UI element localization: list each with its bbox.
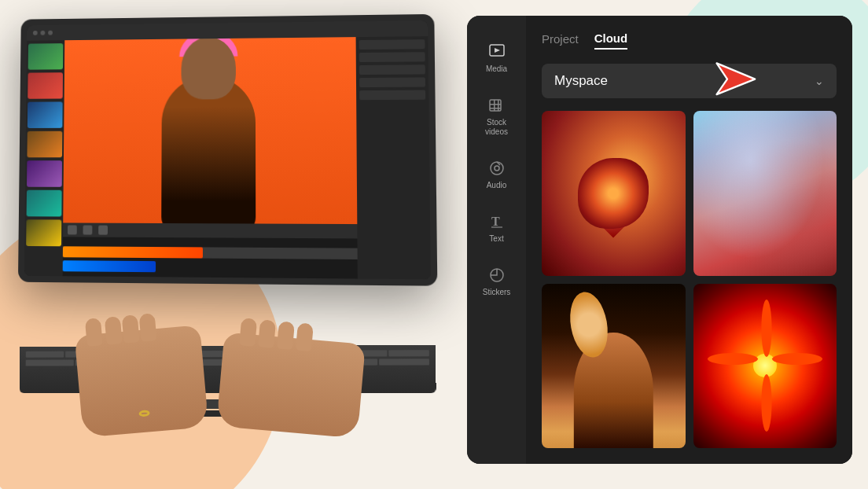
person-head	[181, 37, 236, 99]
tabs-row: Project Cloud	[542, 31, 837, 50]
svg-point-7	[491, 162, 503, 175]
finger-5	[239, 318, 257, 347]
person-silhouette	[161, 75, 256, 224]
key	[379, 358, 429, 365]
hand-right	[216, 332, 366, 438]
tab-project[interactable]: Project	[542, 32, 579, 49]
hands-overlay	[63, 275, 377, 432]
topbar-dot-2	[40, 31, 45, 35]
video-editor-ui	[24, 20, 431, 279]
control-btn-3[interactable]	[98, 226, 108, 235]
preview-person	[63, 37, 357, 224]
key	[389, 350, 429, 356]
main-content-area: Project Cloud Myspace ⌄	[526, 16, 852, 464]
grid-item-flower[interactable]	[693, 284, 837, 449]
icon-sidebar: Media Stock videos	[467, 16, 526, 464]
finger-6	[258, 319, 276, 348]
sidebar-item-text-label: Text	[489, 234, 503, 244]
sidebar-item-stock-videos[interactable]: Stock videos	[467, 85, 526, 148]
thumb-7	[26, 219, 61, 246]
right-row-1	[359, 39, 425, 50]
right-row-5	[359, 90, 425, 101]
timeline-clip-audio[interactable]	[63, 260, 156, 272]
dropdown-selected-value: Myspace	[554, 73, 608, 89]
ring	[138, 410, 150, 417]
editor-preview	[63, 37, 358, 278]
sidebar-item-media-label: Media	[486, 64, 507, 74]
media-image-grid	[542, 111, 837, 448]
sidebar-item-audio[interactable]: Audio	[467, 148, 526, 201]
thumb-2	[28, 72, 63, 99]
grid-item-woman[interactable]	[542, 284, 686, 449]
cursor-arrow	[711, 60, 758, 102]
right-row-2	[359, 52, 425, 62]
right-ui-panel: Media Stock videos	[467, 16, 852, 464]
preview-video	[63, 37, 357, 224]
grid-item-rose[interactable]	[542, 111, 686, 276]
svg-rect-2	[490, 100, 501, 111]
right-row-4	[359, 77, 425, 87]
timeline-clip-video[interactable]	[63, 246, 203, 258]
stock-videos-icon	[487, 96, 506, 115]
editor-right-panel	[356, 36, 431, 279]
svg-point-8	[495, 166, 499, 171]
audio-icon	[487, 159, 506, 178]
thumb-6	[27, 190, 62, 217]
finger-3	[122, 314, 140, 344]
svg-rect-4	[490, 104, 501, 105]
thumb-1	[28, 43, 64, 70]
topbar-dot-1	[33, 31, 38, 35]
image-smoke	[693, 111, 837, 276]
finger-4	[139, 313, 157, 342]
key	[26, 351, 64, 358]
media-icon	[487, 42, 506, 61]
image-flower	[693, 284, 837, 449]
laptop-wrapper	[16, 16, 440, 456]
grid-item-smoke[interactable]	[693, 111, 837, 276]
svg-marker-1	[495, 48, 500, 53]
laptop-screen	[24, 20, 431, 279]
thumb-5	[27, 160, 62, 187]
editor-controls	[63, 222, 357, 238]
editor-sidebar-thumbs	[24, 40, 64, 276]
thumb-3	[28, 101, 63, 128]
editor-main	[24, 36, 431, 279]
thumb-4	[27, 131, 62, 158]
sidebar-item-text[interactable]: T Text	[467, 201, 526, 255]
rose-center	[578, 158, 649, 229]
chevron-down-icon: ⌄	[815, 75, 824, 87]
topbar-dot-3	[48, 31, 53, 35]
svg-marker-13	[717, 63, 756, 94]
image-woman	[542, 284, 686, 449]
svg-rect-6	[498, 100, 499, 111]
finger-2	[105, 316, 123, 345]
laptop-container	[16, 16, 456, 472]
tab-cloud[interactable]: Cloud	[594, 31, 628, 50]
sidebar-item-media[interactable]: Media	[467, 31, 526, 85]
image-rose	[542, 111, 686, 276]
cloud-service-dropdown[interactable]: Myspace ⌄	[542, 64, 837, 98]
sidebar-item-stickers-label: Stickers	[483, 288, 511, 297]
hand-left	[75, 325, 209, 437]
right-row-3	[359, 64, 425, 75]
timeline-area	[63, 237, 358, 278]
text-icon: T	[487, 212, 506, 231]
control-btn-2[interactable]	[83, 226, 93, 235]
svg-rect-3	[494, 100, 495, 111]
stickers-icon	[487, 266, 506, 285]
laptop-frame	[18, 14, 437, 286]
sidebar-item-audio-label: Audio	[487, 181, 507, 190]
dropdown-trigger[interactable]: Myspace ⌄	[542, 64, 837, 98]
finger-8	[296, 322, 314, 351]
svg-rect-5	[490, 108, 501, 109]
sidebar-item-stock-videos-label: Stock videos	[485, 118, 508, 137]
finger-1	[85, 318, 103, 347]
sidebar-item-stickers[interactable]: Stickers	[467, 255, 526, 308]
finger-7	[277, 321, 295, 350]
svg-text:T: T	[491, 215, 500, 228]
control-btn-1[interactable]	[68, 225, 77, 234]
